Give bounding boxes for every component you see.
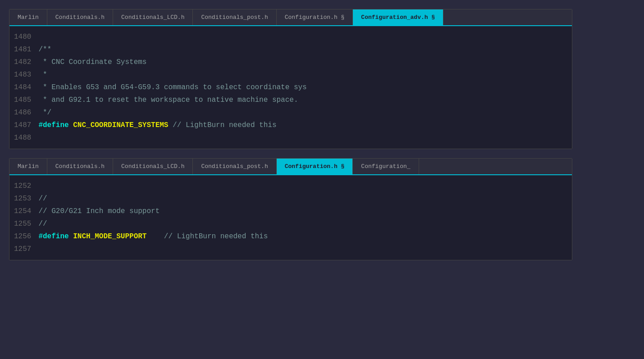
line-num-1483: 1483 — [9, 68, 38, 81]
code-line-1255: 1255 // — [9, 218, 572, 230]
line-num-1254: 1254 — [9, 205, 38, 218]
code-line-1485: 1485 * and G92.1 to reset the workspace … — [9, 94, 572, 106]
line-num-1256: 1256 — [9, 230, 38, 243]
line-content-1486: */ — [38, 106, 51, 119]
editor-panel-2: Marlin Conditionals.h Conditionals_LCD.h… — [9, 158, 572, 260]
tab-conditionals-2[interactable]: Conditionals.h — [47, 159, 113, 174]
tab-configuration-h-2[interactable]: Configuration.h § — [277, 159, 353, 174]
tab-marlin-1[interactable]: Marlin — [9, 9, 47, 25]
tab-conditionals-lcd-1[interactable]: Conditionals_LCD.h — [113, 9, 193, 25]
tab-conditionals-lcd-2[interactable]: Conditionals_LCD.h — [113, 159, 193, 174]
code-line-1252: 1252 — [9, 180, 572, 192]
line-num-1485: 1485 — [9, 94, 38, 106]
keyword-define-1256: #define — [38, 232, 69, 241]
tab-conditionals-post-1[interactable]: Conditionals_post.h — [193, 9, 276, 25]
line-content-1485: * and G92.1 to reset the workspace to na… — [38, 94, 298, 106]
line-content-1484: * Enables G53 and G54-G59.3 commands to … — [38, 81, 306, 94]
code-line-1480: 1480 — [9, 31, 572, 43]
code-area-2: 1252 1253 // 1254 // G20/G21 Inch mode s… — [9, 175, 572, 260]
line-content-1482: * CNC Coordinate Systems — [38, 56, 146, 68]
code-line-1487: 1487 #define CNC_COORDINATE_SYSTEMS // L… — [9, 119, 572, 132]
tab-bar-1: Marlin Conditionals.h Conditionals_LCD.h… — [9, 9, 572, 26]
define-name-1487: CNC_COORDINATE_SYSTEMS — [69, 121, 169, 129]
line-content-1253: // — [38, 192, 47, 205]
code-line-1488: 1488 — [9, 132, 572, 144]
tab-conditionals-post-2[interactable]: Conditionals_post.h — [193, 159, 276, 174]
line-num-1252: 1252 — [9, 180, 38, 192]
tab-conditionals-1[interactable]: Conditionals.h — [47, 9, 113, 25]
line-num-1257: 1257 — [9, 243, 38, 255]
tab-configuration-adv-2[interactable]: Configuration_ — [353, 159, 419, 174]
define-comment-1487: // LightBurn needed this — [168, 121, 276, 129]
line-num-1484: 1484 — [9, 81, 38, 94]
code-line-1481: 1481 /** — [9, 43, 572, 56]
code-line-1256: 1256 #define INCH_MODE_SUPPORT // LightB… — [9, 230, 572, 243]
editor-panel-1: Marlin Conditionals.h Conditionals_LCD.h… — [9, 9, 572, 149]
tab-configuration-adv-1[interactable]: Configuration_adv.h § — [353, 9, 443, 25]
line-content-1487: #define CNC_COORDINATE_SYSTEMS // LightB… — [38, 119, 276, 132]
line-num-1255: 1255 — [9, 218, 38, 230]
line-num-1480: 1480 — [9, 31, 38, 43]
code-line-1482: 1482 * CNC Coordinate Systems — [9, 56, 572, 68]
line-content-1481: /** — [38, 43, 51, 56]
code-line-1257: 1257 — [9, 243, 572, 255]
code-line-1253: 1253 // — [9, 192, 572, 205]
line-num-1486: 1486 — [9, 106, 38, 119]
line-content-1254: // G20/G21 Inch mode support — [38, 205, 160, 218]
code-line-1254: 1254 // G20/G21 Inch mode support — [9, 205, 572, 218]
code-area-1: 1480 1481 /** 1482 * CNC Coordinate Syst… — [9, 26, 572, 149]
line-num-1487: 1487 — [9, 119, 38, 132]
define-name-1256: INCH_MODE_SUPPORT — [69, 232, 147, 241]
line-content-1483: * — [38, 68, 47, 81]
keyword-define-1487: #define — [38, 121, 69, 129]
code-line-1484: 1484 * Enables G53 and G54-G59.3 command… — [9, 81, 572, 94]
line-num-1481: 1481 — [9, 43, 38, 56]
tab-bar-2: Marlin Conditionals.h Conditionals_LCD.h… — [9, 159, 572, 175]
code-line-1486: 1486 */ — [9, 106, 572, 119]
line-content-1256: #define INCH_MODE_SUPPORT // LightBurn n… — [38, 230, 268, 243]
line-content-1255: // — [38, 218, 47, 230]
line-num-1488: 1488 — [9, 132, 38, 144]
line-num-1253: 1253 — [9, 192, 38, 205]
tab-marlin-2[interactable]: Marlin — [9, 159, 47, 174]
code-line-1483: 1483 * — [9, 68, 572, 81]
define-comment-1256: // LightBurn needed this — [146, 232, 268, 241]
tab-configuration-h-1[interactable]: Configuration.h § — [277, 9, 353, 25]
line-num-1482: 1482 — [9, 56, 38, 68]
